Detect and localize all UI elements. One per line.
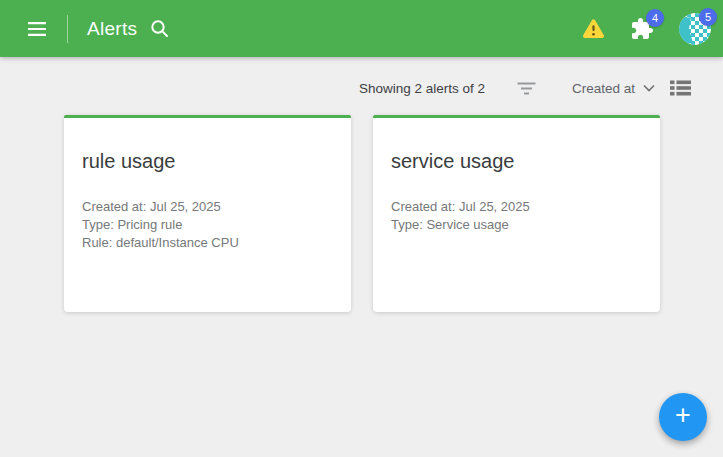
filter-button[interactable] <box>517 82 536 95</box>
sort-dropdown-label: Created at <box>572 81 635 96</box>
alert-card-service-usage[interactable]: service usage Created at: Jul 25, 2025 T… <box>373 115 660 312</box>
list-view-toggle[interactable] <box>670 80 691 96</box>
alert-rule: Rule: default/Instance CPU <box>82 234 333 252</box>
avatar-badge: 5 <box>699 8 717 26</box>
alert-created-at: Created at: Jul 25, 2025 <box>391 198 642 216</box>
app-bar: Alerts <box>0 0 723 57</box>
alert-created-at: Created at: Jul 25, 2025 <box>82 198 333 216</box>
alert-type: Type: Pricing rule <box>82 216 333 234</box>
filter-icon <box>517 82 536 95</box>
warnings-button[interactable] <box>582 18 605 39</box>
alert-type: Type: Service usage <box>391 216 642 234</box>
appbar-actions: 4 <box>582 13 711 45</box>
avatar-wrap: 5 <box>679 13 711 45</box>
alert-details: Created at: Jul 25, 2025 Type: Service u… <box>391 198 642 234</box>
alert-title: service usage <box>391 150 642 173</box>
alerts-grid: rule usage Created at: Jul 25, 2025 Type… <box>64 115 660 312</box>
alert-details: Created at: Jul 25, 2025 Type: Pricing r… <box>82 198 333 252</box>
plus-icon: + <box>675 402 691 429</box>
list-view-icon <box>670 80 691 96</box>
search-button[interactable] <box>150 19 169 38</box>
chevron-down-icon <box>643 84 655 92</box>
sort-dropdown[interactable]: Created at <box>572 81 655 96</box>
showing-count-text: Showing 2 alerts of 2 <box>359 81 485 96</box>
alerts-page: Alerts <box>0 0 723 457</box>
search-icon <box>150 19 169 38</box>
alerts-toolbar: Showing 2 alerts of 2 Created at <box>0 57 723 105</box>
hamburger-icon <box>28 22 46 36</box>
menu-button[interactable] <box>28 22 46 36</box>
extensions-badge: 4 <box>646 9 664 27</box>
extensions-button-wrap: 4 <box>630 17 654 41</box>
appbar-divider <box>67 15 68 43</box>
alert-title: rule usage <box>82 150 333 173</box>
page-title: Alerts <box>87 18 137 40</box>
warning-triangle-icon <box>582 18 605 39</box>
alert-card-rule-usage[interactable]: rule usage Created at: Jul 25, 2025 Type… <box>64 115 351 312</box>
add-alert-fab[interactable]: + <box>659 393 707 441</box>
